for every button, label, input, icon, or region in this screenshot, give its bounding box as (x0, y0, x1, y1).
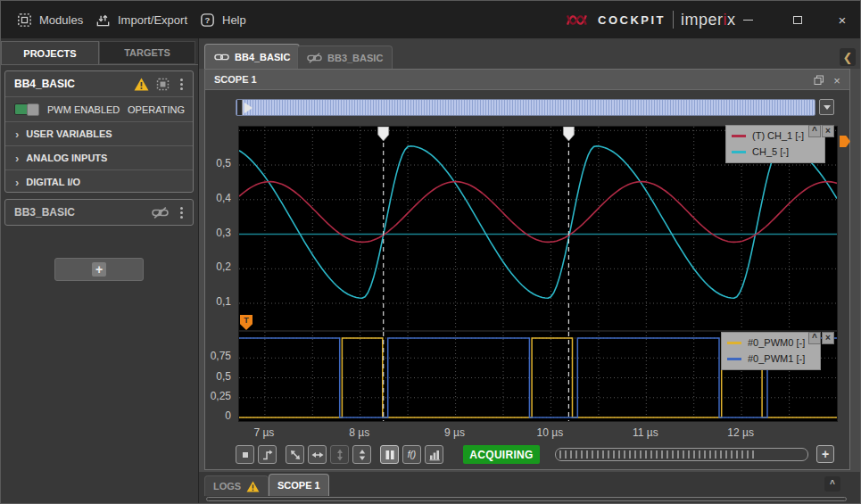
close-scope-icon[interactable]: × (830, 73, 844, 87)
scale-vertical-button[interactable] (330, 445, 349, 464)
channel-axis-marker[interactable] (840, 136, 850, 147)
section-label: USER VARIABLES (26, 128, 112, 139)
chevron-left-icon: ❮ (843, 51, 853, 64)
bottom-dockbar: LOGS SCOPE 1 ^ (199, 472, 860, 503)
pwm1-color-swatch (727, 358, 741, 360)
warning-icon (132, 71, 150, 96)
minimize-button[interactable] (738, 11, 758, 29)
y-tick-label: 0,3 (205, 227, 231, 239)
x-tick-label: 10 µs (530, 426, 569, 439)
sidebar-item-user-variables[interactable]: › USER VARIABLES (5, 121, 193, 145)
legend-collapse-button[interactable]: ^ (808, 125, 821, 137)
time-axis: 7 µs8 µs9 µs10 µs11 µs12 µs (238, 424, 836, 440)
sidebar-tab-targets[interactable]: TARGETS (99, 41, 195, 64)
doc-tab-label: BB4_BASIC (235, 52, 290, 62)
single-acquisition-icon (261, 448, 275, 462)
float-window-icon[interactable] (812, 73, 826, 87)
stop-button[interactable] (236, 445, 254, 464)
unlink-icon (307, 53, 322, 63)
analog-series-path (239, 182, 837, 243)
expand-dock-button[interactable]: ^ (824, 476, 840, 492)
project-title: BB4_BASIC (14, 78, 75, 90)
close-icon: × (839, 13, 847, 27)
timeline-position-marker[interactable] (237, 100, 243, 115)
project-card-bb3[interactable]: BB3_BASIC (4, 199, 194, 226)
scale-horizontal-button[interactable] (308, 445, 327, 464)
legend-row: #0_PWM0 [-] (727, 335, 815, 351)
legend-row: CH_5 [-] (732, 144, 819, 160)
pwm0-color-swatch (727, 342, 741, 344)
acquisition-progress-bar[interactable] (555, 448, 808, 461)
project-card-bb4: BB4_BASIC PWM ENABLED OPERATING › (4, 70, 194, 193)
stop-icon (238, 448, 253, 462)
dock-tab-scope1[interactable]: SCOPE 1 (269, 474, 329, 496)
legend-row: #0_PWM1 [-] (727, 351, 815, 367)
close-button[interactable]: × (832, 11, 852, 29)
kebab-menu-icon[interactable] (173, 71, 189, 96)
split-columns-button[interactable] (380, 445, 399, 464)
sidebar-tab-projects[interactable]: PROJECTS (1, 41, 99, 64)
pwm-enabled-label: PWM ENABLED (47, 104, 120, 115)
y-tick-label: 0,2 (205, 260, 231, 273)
cockpit-logo-icon (567, 12, 591, 28)
doc-tab-bb4-basic[interactable]: BB4_BASIC (204, 44, 300, 69)
sidebar-item-digital-io[interactable]: › DIGITAL I/O (5, 169, 193, 194)
section-label: ANALOG INPUTS (26, 153, 107, 163)
scope-content: 0,10,20,30,40,5 T (T) CH_1 [-] CH_5 [-] … (205, 90, 849, 469)
plus-icon: + (92, 262, 106, 277)
legend-close-button[interactable]: × (822, 125, 834, 137)
warning-icon (246, 481, 260, 492)
legend-close-button[interactable]: × (822, 332, 834, 344)
modules-label: Modules (39, 13, 83, 27)
digital-legend[interactable]: #0_PWM0 [-] #0_PWM1 [-] (721, 332, 821, 370)
help-label: Help (222, 13, 246, 27)
modules-button[interactable]: Modules (16, 1, 83, 38)
chip-icon (153, 71, 171, 96)
doc-tab-label: BB3_BASIC (327, 53, 383, 63)
toggle-knob (27, 103, 39, 116)
function-icon: f() (408, 450, 416, 459)
single-acquisition-button[interactable] (258, 445, 277, 464)
import-export-button[interactable]: Import/Export (95, 1, 187, 38)
help-button[interactable]: ? Help (199, 1, 246, 38)
pwm-enabled-toggle[interactable] (14, 103, 39, 115)
legend-collapse-button[interactable]: ^ (808, 332, 821, 344)
timeline-options-dropdown[interactable] (819, 99, 834, 115)
function-button[interactable]: f() (402, 445, 421, 464)
project-title: BB3_BASIC (14, 206, 75, 219)
legend-label: CH_5 [-] (752, 146, 789, 157)
add-project-button[interactable]: + (54, 258, 144, 281)
project-header-bb4[interactable]: BB4_BASIC (5, 71, 193, 96)
vertical-arrows-icon (333, 448, 347, 462)
horizontal-scrollbar[interactable] (206, 497, 847, 501)
split-columns-icon (383, 448, 397, 462)
maximize-button[interactable] (788, 11, 807, 29)
digital-plot[interactable]: #0_PWM0 [-] #0_PWM1 [-] ^ × (238, 331, 838, 422)
section-label: DIGITAL I/O (26, 177, 80, 187)
timeline-play-arrow-icon (244, 103, 253, 113)
dock-tab-logs[interactable]: LOGS (204, 475, 269, 496)
ch5-color-swatch (732, 151, 746, 153)
acquisition-progress-fill (559, 450, 755, 459)
y-tick-label: 0,4 (205, 192, 231, 204)
sidebar-item-analog-inputs[interactable]: › ANALOG INPUTS (5, 145, 193, 169)
y-tick-label: 0,25 (205, 390, 231, 402)
projects-panel: BB4_BASIC PWM ENABLED OPERATING › (1, 64, 198, 503)
y-tick-label: 0,5 (205, 157, 231, 169)
histogram-button[interactable] (425, 445, 443, 464)
analog-plot[interactable]: T (T) CH_1 [-] CH_5 [-] ^ × (238, 126, 838, 331)
plus-icon: + (822, 447, 829, 461)
add-plot-button[interactable]: + (816, 445, 834, 463)
digital-y-axis: 00,250,50,75 (205, 331, 236, 420)
ch1-color-swatch (732, 135, 746, 137)
scope-header[interactable]: SCOPE 1 × (205, 70, 849, 90)
acquisition-timeline[interactable] (236, 99, 815, 116)
doc-tab-bb3-basic[interactable]: BB3_BASIC (297, 45, 393, 69)
scale-diagonal-button[interactable] (286, 445, 304, 464)
import-export-label: Import/Export (118, 13, 187, 27)
kebab-menu-icon[interactable] (173, 200, 189, 225)
sidebar: PROJECTS TARGETS BB4_BASIC PWM ENABLED (1, 38, 199, 503)
pwm-enabled-row: PWM ENABLED OPERATING (5, 96, 193, 121)
fit-vertical-button[interactable] (352, 445, 371, 464)
collapse-panel-button[interactable]: ❮ (840, 48, 856, 66)
